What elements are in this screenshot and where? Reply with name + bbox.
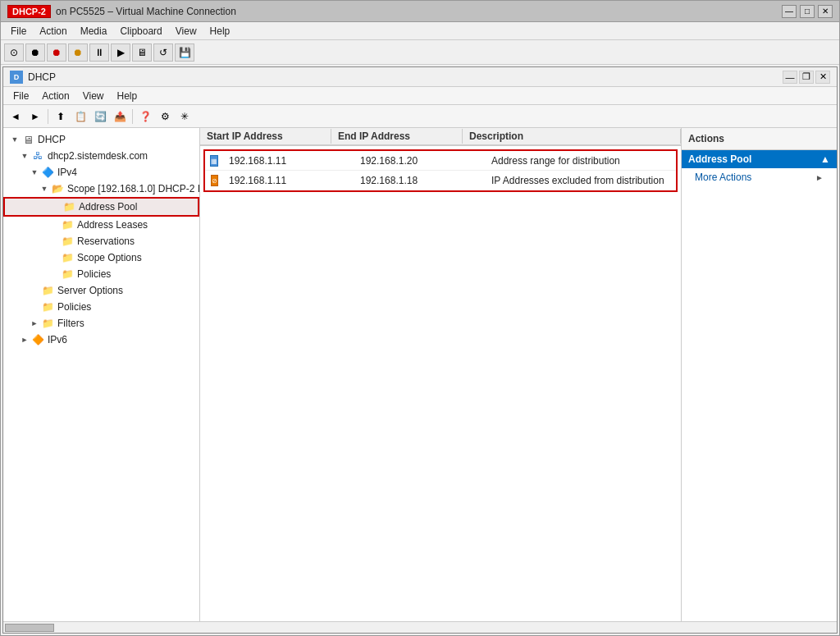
vm-menu-clipboard[interactable]: Clipboard xyxy=(113,24,168,39)
dhcp-menu-action[interactable]: Action xyxy=(35,89,75,103)
tree-node-server[interactable]: ▼ 🖧 dhcp2.sistemdesk.com xyxy=(3,148,199,164)
vm-title-badge: DHCP-2 xyxy=(7,5,51,18)
actions-panel-header: Actions xyxy=(682,128,837,150)
vm-title-text: on PC5525 – Virtual Machine Connection xyxy=(56,6,782,17)
col-header-description[interactable]: Description xyxy=(463,129,681,144)
dhcp-menu-help[interactable]: Help xyxy=(111,89,144,103)
dhcp-toolbar-show-hide[interactable]: 📋 xyxy=(71,108,89,125)
vm-maximize-button[interactable]: □ xyxy=(800,5,815,18)
address-pool-expand-icon xyxy=(51,202,61,212)
tree-node-server-policies[interactable]: 📁 Policies xyxy=(3,299,199,315)
vm-menu-media[interactable]: Media xyxy=(74,24,114,39)
scope-options-icon: 📁 xyxy=(61,251,74,264)
dhcp-restore-button[interactable]: ❐ xyxy=(799,71,814,84)
col-header-end-ip[interactable]: End IP Address xyxy=(331,129,463,144)
dhcp-toolbar-refresh[interactable]: 🔄 xyxy=(91,108,109,125)
row-2-description: IP Addresses excluded from distribution xyxy=(485,173,675,188)
tree-node-address-leases[interactable]: 📁 Address Leases xyxy=(3,217,199,233)
vm-menubar: File Action Media Clipboard View Help xyxy=(1,22,839,40)
scope-options-expand-icon xyxy=(49,253,59,263)
server-options-expand-icon xyxy=(30,286,39,295)
exclude-icon: ⊘ xyxy=(211,175,218,186)
vm-toolbar-btn-1[interactable]: ⊙ xyxy=(4,43,24,62)
vm-close-button[interactable]: ✕ xyxy=(818,5,833,18)
tree-node-scope[interactable]: ▼ 📂 Scope [192.168.1.0] DHCP-2 IP r xyxy=(3,181,199,197)
address-pool-icon: 📁 xyxy=(62,200,75,213)
col-header-start-ip[interactable]: Start IP Address xyxy=(200,129,331,144)
actions-section-title-text: Address Pool xyxy=(688,153,751,165)
vm-toolbar-btn-7[interactable]: 🖥 xyxy=(132,43,152,62)
ipv4-icon: 🔷 xyxy=(41,166,54,179)
server-policies-icon: 📁 xyxy=(41,300,54,313)
filters-icon: 📁 xyxy=(41,317,54,330)
scrollbar-thumb[interactable] xyxy=(5,624,54,632)
dhcp-toolbar-new[interactable]: ✳ xyxy=(176,108,194,125)
filters-expand-icon: ► xyxy=(30,318,39,328)
vm-toolbar-btn-8[interactable]: ↺ xyxy=(153,43,173,62)
row-1-start-ip: 192.168.1.11 xyxy=(222,153,354,168)
dhcp-expand-icon: ▼ xyxy=(10,135,20,144)
tree-node-scope-options[interactable]: 📁 Scope Options xyxy=(3,249,199,266)
dhcp-toolbar-export[interactable]: 📤 xyxy=(111,108,129,125)
address-pool-label: Address Pool xyxy=(79,201,137,213)
address-leases-label: Address Leases xyxy=(77,219,148,231)
range-icon: ▦ xyxy=(210,155,218,167)
tree-node-ipv6[interactable]: ► 🔶 IPv6 xyxy=(3,332,199,348)
policies-expand-icon xyxy=(49,269,59,279)
reservations-expand-icon xyxy=(49,236,59,246)
dhcp-minimize-button[interactable]: — xyxy=(783,71,797,84)
table-row[interactable]: ▦ 192.168.1.11 192.168.1.20 Address rang… xyxy=(205,151,676,171)
tree-node-dhcp[interactable]: ▼ 🖥 DHCP xyxy=(3,131,199,148)
tree-node-address-pool[interactable]: 📁 Address Pool xyxy=(3,197,199,217)
vm-toolbar-btn-5[interactable]: ⏸ xyxy=(89,43,109,62)
server-expand-icon: ▼ xyxy=(20,151,30,161)
address-leases-expand-icon xyxy=(49,220,59,230)
tree-panel[interactable]: ▼ 🖥 DHCP ▼ 🖧 dhcp2.sistemdesk.com ▼ 🔷 IP… xyxy=(3,128,200,621)
vm-toolbar-btn-9[interactable]: 💾 xyxy=(175,43,194,62)
row-range-icon: ▦ xyxy=(206,153,222,168)
ipv6-expand-icon: ► xyxy=(20,335,30,345)
ipv4-label: IPv4 xyxy=(57,167,77,178)
dhcp-toolbar-forward[interactable]: ► xyxy=(26,108,44,125)
list-rows-container: ▦ 192.168.1.11 192.168.1.20 Address rang… xyxy=(203,149,678,192)
vm-menu-view[interactable]: View xyxy=(169,24,203,39)
tree-node-server-options[interactable]: 📁 Server Options xyxy=(3,282,199,299)
scope-expand-icon: ▼ xyxy=(39,184,49,194)
tree-node-reservations[interactable]: 📁 Reservations xyxy=(3,233,199,249)
dhcp-toolbar-properties[interactable]: ⚙ xyxy=(156,108,174,125)
actions-panel: Actions Address Pool ▲ More Actions ► xyxy=(681,128,837,621)
table-row[interactable]: ⊘ 192.168.1.11 192.168.1.18 IP Addresses… xyxy=(205,171,676,190)
vm-menu-action[interactable]: Action xyxy=(33,24,73,39)
dhcp-content: ▼ 🖥 DHCP ▼ 🖧 dhcp2.sistemdesk.com ▼ 🔷 IP… xyxy=(3,128,837,621)
vm-menu-file[interactable]: File xyxy=(4,24,33,39)
horizontal-scrollbar[interactable] xyxy=(3,621,837,633)
filters-label: Filters xyxy=(57,318,84,329)
vm-toolbar-btn-3[interactable]: ⏺ xyxy=(47,43,66,62)
vm-window: DHCP-2 on PC5525 – Virtual Machine Conne… xyxy=(0,0,840,636)
ipv6-icon: 🔶 xyxy=(31,333,44,346)
dhcp-toolbar-up[interactable]: ⬆ xyxy=(52,108,70,125)
vm-toolbar-btn-2[interactable]: ⏺ xyxy=(25,43,45,62)
tree-node-filters[interactable]: ► 📁 Filters xyxy=(3,315,199,332)
vm-toolbar-btn-4[interactable]: ⏺ xyxy=(68,43,88,62)
dhcp-app-icon: D xyxy=(10,71,23,84)
dhcp-menu-file[interactable]: File xyxy=(7,89,35,103)
server-policies-expand-icon xyxy=(30,302,39,312)
ipv6-label: IPv6 xyxy=(48,334,67,345)
dhcp-title-text: DHCP xyxy=(28,71,783,83)
dhcp-toolbar-help[interactable]: ❓ xyxy=(136,108,154,125)
dhcp-computer-icon: 🖥 xyxy=(21,133,34,146)
dhcp-close-button[interactable]: ✕ xyxy=(815,71,830,84)
actions-section-address-pool[interactable]: Address Pool ▲ xyxy=(682,150,837,168)
dhcp-root-label: DHCP xyxy=(38,134,66,145)
row-2-end-ip: 192.168.1.18 xyxy=(354,173,485,188)
vm-toolbar-btn-6[interactable]: ▶ xyxy=(111,43,130,62)
actions-more-actions[interactable]: More Actions ► xyxy=(682,168,837,186)
vm-minimize-button[interactable]: — xyxy=(782,5,797,18)
vm-menu-help[interactable]: Help xyxy=(203,24,237,39)
dhcp-toolbar-back[interactable]: ◄ xyxy=(7,108,25,125)
tree-node-policies[interactable]: 📁 Policies xyxy=(3,266,199,282)
dhcp-titlebar: D DHCP — ❐ ✕ xyxy=(3,67,837,87)
dhcp-menu-view[interactable]: View xyxy=(76,89,111,103)
tree-node-ipv4[interactable]: ▼ 🔷 IPv4 xyxy=(3,164,199,181)
